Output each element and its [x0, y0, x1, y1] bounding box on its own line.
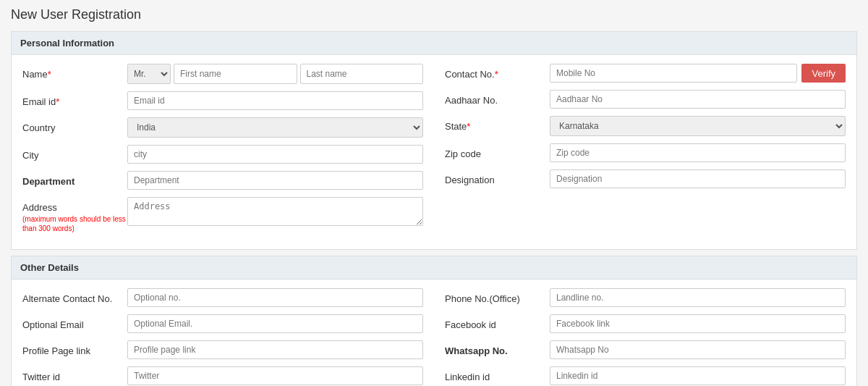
personal-left-column: Name* Mr. Mrs. Ms. Dr. — [22, 64, 423, 240]
address-row: Address (maximum words should be less th… — [22, 197, 423, 233]
facebook-input[interactable] — [550, 314, 846, 333]
personal-section-header: Personal Information — [12, 32, 856, 55]
optional-email-row: Optional Email — [22, 314, 423, 333]
twitter-row: Twitter id — [22, 366, 423, 385]
name-title-select[interactable]: Mr. Mrs. Ms. Dr. — [127, 64, 171, 84]
city-input[interactable] — [127, 145, 423, 164]
optional-email-label: Optional Email — [22, 314, 127, 330]
alt-contact-row: Alternate Contact No. — [22, 288, 423, 307]
state-row: State* Karnataka Maharashtra Tamil Nadu … — [445, 116, 846, 136]
aadhaar-label: Aadhaar No. — [445, 90, 550, 106]
linkedin-row: Linkedin id — [445, 366, 846, 385]
name-label: Name* — [22, 64, 127, 80]
optional-email-input[interactable] — [127, 314, 423, 333]
twitter-input[interactable] — [127, 366, 423, 385]
other-right-column: Phone No.(Office) Facebook id Whatsapp N… — [445, 288, 846, 386]
department-label: Department — [22, 171, 127, 187]
department-input[interactable] — [127, 171, 423, 190]
city-row: City — [22, 145, 423, 164]
profile-page-label: Profile Page link — [22, 340, 127, 356]
city-label: City — [22, 145, 127, 161]
aadhaar-input[interactable] — [550, 90, 846, 109]
email-required-star: * — [56, 96, 59, 107]
address-label: Address (maximum words should be less th… — [22, 197, 127, 233]
address-label-text: Address — [22, 202, 127, 213]
zip-label: Zip code — [445, 143, 550, 159]
whatsapp-label: Whatsapp No. — [445, 340, 550, 356]
name-row: Name* Mr. Mrs. Ms. Dr. — [22, 64, 423, 84]
whatsapp-row: Whatsapp No. — [445, 340, 846, 359]
name-required-star: * — [48, 69, 51, 80]
designation-label: Designation — [445, 169, 550, 185]
linkedin-label: Linkedin id — [445, 366, 550, 382]
contact-required-star: * — [495, 69, 498, 80]
email-label: Email id* — [22, 91, 127, 107]
contact-label: Contact No.* — [445, 64, 550, 80]
personal-information-section: Personal Information Name* Mr. Mrs. — [11, 31, 857, 250]
address-textarea[interactable] — [127, 197, 423, 226]
department-row: Department — [22, 171, 423, 190]
verify-button[interactable]: Verify — [801, 64, 846, 83]
state-label: State* — [445, 116, 550, 132]
designation-input[interactable] — [550, 169, 846, 188]
email-input[interactable] — [127, 91, 423, 110]
profile-page-input[interactable] — [127, 340, 423, 359]
profile-page-row: Profile Page link — [22, 340, 423, 359]
country-row: Country India USA UK Australia — [22, 117, 423, 138]
twitter-label: Twitter id — [22, 366, 127, 382]
contact-row: Contact No.* Verify — [445, 64, 846, 83]
other-left-column: Alternate Contact No. Optional Email Pro… — [22, 288, 423, 386]
facebook-label: Facebook id — [445, 314, 550, 330]
first-name-input[interactable] — [174, 64, 297, 84]
other-section-header: Other Details — [12, 256, 856, 280]
other-details-section: Other Details Alternate Contact No. Opti… — [11, 256, 857, 386]
zip-input[interactable] — [550, 143, 846, 162]
aadhaar-row: Aadhaar No. — [445, 90, 846, 109]
state-select[interactable]: Karnataka Maharashtra Tamil Nadu Delhi G… — [550, 116, 846, 136]
address-note: (maximum words should be less than 300 w… — [22, 214, 127, 233]
mobile-input[interactable] — [550, 64, 797, 83]
last-name-input[interactable] — [300, 64, 424, 84]
state-required-star: * — [467, 121, 470, 132]
alt-contact-input[interactable] — [127, 288, 423, 307]
designation-row: Designation — [445, 169, 846, 188]
country-select[interactable]: India USA UK Australia — [127, 117, 423, 138]
phone-office-row: Phone No.(Office) — [445, 288, 846, 307]
country-label: Country — [22, 117, 127, 133]
page-title: New User Registration — [11, 7, 857, 22]
linkedin-input[interactable] — [550, 366, 846, 385]
zip-row: Zip code — [445, 143, 846, 162]
contact-group: Verify — [550, 64, 846, 83]
email-row: Email id* — [22, 91, 423, 110]
alt-contact-label: Alternate Contact No. — [22, 288, 127, 304]
phone-office-input[interactable] — [550, 288, 846, 307]
personal-right-column: Contact No.* Verify Aadhaar No. — [445, 64, 846, 240]
name-input-group: Mr. Mrs. Ms. Dr. — [127, 64, 423, 84]
whatsapp-input[interactable] — [550, 340, 846, 359]
phone-office-label: Phone No.(Office) — [445, 288, 550, 304]
address-wrapper — [127, 197, 423, 226]
facebook-row: Facebook id — [445, 314, 846, 333]
